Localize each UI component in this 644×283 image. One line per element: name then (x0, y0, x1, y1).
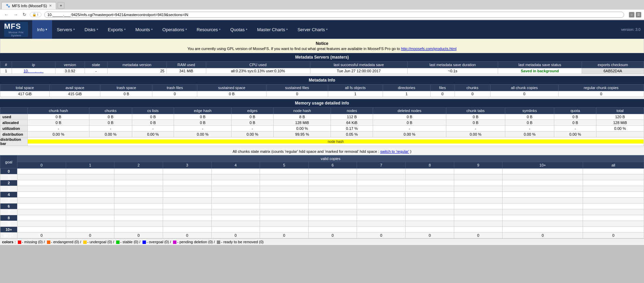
memory-usage-table: chunk hash chunks cs lists edge hash edg… (0, 107, 644, 146)
chunk-cell (583, 169, 644, 174)
cell-dist-edge-hash: 0.00 % (174, 132, 231, 137)
chunk-cell (17, 186, 66, 192)
chunk-cell (66, 192, 114, 198)
cell-regular-chunk-copies: 0 (558, 91, 644, 97)
metadata-servers-header: Metadata Servers (masters) (0, 53, 644, 61)
chunk-cell (66, 204, 114, 209)
cell-trash-space: 0 B (100, 91, 152, 97)
logo-subtext: Moose File System (4, 31, 28, 37)
forward-button[interactable]: → (12, 11, 19, 18)
col-9: 9 (454, 162, 503, 169)
chunk-cell (454, 204, 503, 209)
chunk-cell (583, 215, 644, 221)
nav-item-master-charts[interactable]: Master Charts + (252, 20, 293, 39)
menu-icon[interactable]: ☰ (636, 12, 641, 17)
chunk-cell (503, 180, 583, 186)
nav-info-arrow: ▾ (46, 28, 47, 31)
nav-item-operations[interactable]: Operations + (158, 20, 192, 39)
mfs-logo: MFS Moose File System (0, 20, 32, 39)
chunk-cell (454, 169, 503, 174)
switch-to-regular-link[interactable]: switch to 'regular' (380, 149, 409, 153)
table-row: 7 (0, 209, 644, 215)
cell-util-chunk-tabs: - (446, 126, 505, 132)
chunk-cell (357, 186, 406, 192)
chunk-cell (66, 209, 114, 215)
tab-bar: 🐾 MFS Info (MooseFS) ✕ + (0, 0, 644, 10)
nav-item-disks[interactable]: Disks + (80, 20, 103, 39)
chunk-cell (406, 180, 454, 186)
star-icon[interactable]: ☆ (629, 12, 634, 17)
col-4: 4 (211, 162, 260, 169)
chunk-cell (260, 209, 309, 215)
row-label-used: used (0, 114, 28, 120)
chunk-cell (163, 169, 211, 174)
nav-operations-label: Operations (162, 27, 184, 32)
chunk-cell (357, 204, 406, 209)
col-nodes: nodes (331, 108, 373, 114)
nav-item-quotas[interactable]: Quotas + (225, 20, 252, 39)
col-10plus: 10+ (503, 162, 583, 169)
chunk-cell: 0 (406, 233, 454, 238)
chunk-cell (260, 169, 309, 174)
goal-cell: 1 (0, 174, 17, 180)
chunk-cell (163, 180, 211, 186)
nav-item-server-charts[interactable]: Server Charts + (293, 20, 332, 39)
goal-cell: 3 (0, 186, 17, 192)
nav-item-info[interactable]: Info ▾ (32, 20, 52, 39)
chunk-cell (357, 180, 406, 186)
chunk-cell (583, 221, 644, 227)
nav-item-resources[interactable]: Resources + (192, 20, 225, 39)
chunk-cell (308, 215, 357, 221)
colors-legend: colors : - missing (0) / - endangered (0… (0, 238, 644, 245)
back-button[interactable]: ← (3, 11, 10, 18)
active-tab[interactable]: 🐾 MFS Info (MooseFS) ✕ (1, 2, 56, 9)
url-input[interactable] (44, 12, 624, 18)
dist-bar: node hash (28, 139, 644, 144)
table-row: 4 (0, 192, 644, 198)
chunk-cell (163, 209, 211, 215)
main-content: Notice You are currently using GPL versi… (0, 39, 644, 245)
nav-item-exports[interactable]: Exports + (103, 20, 131, 39)
chunk-cell: 0 (163, 233, 211, 238)
cell-version: 3.0.92 (55, 68, 85, 74)
col-node-hash: node hash (273, 108, 331, 114)
chunk-cell (503, 186, 583, 192)
notice-link[interactable]: http://moosefs.com/products.html (401, 47, 457, 51)
nav-mounts-arrow: + (151, 28, 153, 31)
chunk-cell (66, 169, 114, 174)
chunk-cell (357, 209, 406, 215)
chunk-cell (260, 221, 309, 227)
chunk-cell: 0 (454, 233, 503, 238)
col-directories: directories (383, 85, 430, 91)
new-tab-button[interactable]: + (58, 2, 64, 9)
chunk-cell (163, 186, 211, 192)
col-7: 7 (357, 162, 406, 169)
nav-item-servers[interactable]: Servers + (52, 20, 80, 39)
chunk-cell (211, 198, 260, 204)
chunk-cell: 0 (211, 233, 260, 238)
cell-alloc-cs-lists: 0 B (132, 120, 174, 126)
cell-num: 1 (0, 68, 12, 74)
nav-mounts-label: Mounts (135, 27, 150, 32)
nav-servers-arrow: + (73, 28, 75, 31)
tab-close-button[interactable]: ✕ (49, 4, 52, 8)
refresh-button[interactable]: ↻ (21, 11, 28, 18)
nav-item-mounts[interactable]: Mounts + (131, 20, 158, 39)
chunk-cell (114, 198, 163, 204)
cell-dist-deleted-nodes: 0.00 % (373, 132, 446, 137)
goal-cell: 8 (0, 215, 17, 221)
cell-alloc-edges: 0 B (231, 120, 273, 126)
chunk-cell (454, 198, 503, 204)
chunk-cell (114, 174, 163, 180)
nav-menu: Info ▾ Servers + Disks + Exports + Mount… (32, 20, 618, 39)
chunk-cell (211, 209, 260, 215)
chunk-cell (583, 209, 644, 215)
table-row: allocated 0 B 0 B 0 B 0 B 0 B 128 MiB 64… (0, 120, 644, 126)
chunk-cell (66, 180, 114, 186)
col-cpu-used: CPU used (206, 62, 310, 68)
cell-dist-chunk-tabs: 0.00 % (446, 132, 505, 137)
chunk-cell (357, 215, 406, 221)
cell-used-cs-lists: 0 B (132, 114, 174, 120)
chunk-cell (406, 174, 454, 180)
nav-quotas-label: Quotas (230, 27, 245, 32)
